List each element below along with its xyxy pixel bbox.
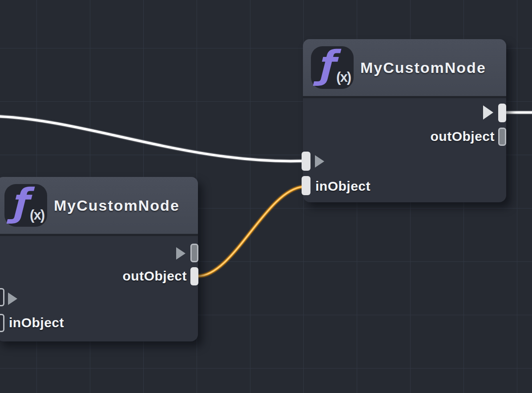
pin-label-out-object: outObject <box>431 129 495 144</box>
pin-label-in-object: inObject <box>315 179 371 194</box>
exec-input-pin[interactable] <box>0 288 4 306</box>
fx-icon-x-glyph: (x) <box>336 69 351 85</box>
fx-icon-x-glyph: (x) <box>30 207 44 223</box>
node-header[interactable]: ƒ (x) MyCustomNode <box>0 177 198 236</box>
node-title: MyCustomNode <box>360 39 486 96</box>
out-object-pin[interactable] <box>190 267 198 285</box>
in-object-pin[interactable] <box>0 314 4 332</box>
node-my-custom-node-right[interactable]: ƒ (x) MyCustomNode outObject inObject <box>303 39 506 202</box>
pin-label-out-object: outObject <box>123 269 187 284</box>
exec-input-pin[interactable] <box>302 152 310 171</box>
fx-icon-f-glyph: ƒ <box>317 40 334 89</box>
node-my-custom-node-left[interactable]: ƒ (x) MyCustomNode outObject inObject <box>0 177 198 341</box>
node-title: MyCustomNode <box>54 177 180 234</box>
in-object-pin[interactable] <box>302 176 310 195</box>
node-graph-canvas[interactable]: ƒ (x) MyCustomNode outObject inObject ƒ … <box>0 0 532 393</box>
function-fx-icon: ƒ (x) <box>311 46 354 89</box>
function-fx-icon: ƒ (x) <box>4 184 47 227</box>
node-header[interactable]: ƒ (x) MyCustomNode <box>303 39 506 98</box>
exec-wire-in[interactable] <box>0 116 303 161</box>
fx-icon-f-glyph: ƒ <box>11 178 27 227</box>
exec-in-arrow-icon <box>315 155 324 168</box>
exec-in-arrow-icon <box>8 293 17 305</box>
out-object-pin[interactable] <box>498 128 506 146</box>
exec-output-pin[interactable] <box>498 104 506 122</box>
object-data-wire[interactable] <box>197 187 303 276</box>
pin-label-in-object: inObject <box>9 315 64 330</box>
exec-out-arrow-icon <box>483 105 493 120</box>
exec-output-pin[interactable] <box>190 244 198 262</box>
exec-out-arrow-icon <box>176 247 185 260</box>
